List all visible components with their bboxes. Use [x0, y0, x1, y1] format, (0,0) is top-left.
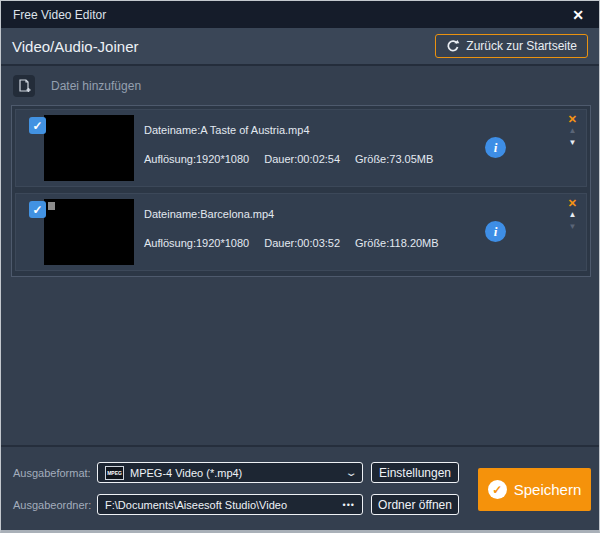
- remove-file-icon[interactable]: ✕: [568, 197, 577, 209]
- output-format-label: Ausgabeformat:: [13, 467, 91, 479]
- open-folder-button[interactable]: Ordner öffnen: [371, 494, 459, 515]
- file-list: ✓ Dateiname:A Taste of Austria.mp4 Auflö…: [11, 105, 591, 277]
- move-down-icon[interactable]: ▼: [568, 137, 576, 149]
- check-icon: ✓: [32, 203, 42, 217]
- row-controls: ✕ ▲ ▼: [568, 113, 577, 149]
- settings-button[interactable]: Einstellungen: [371, 462, 459, 483]
- thumbnail-watermark: [48, 202, 55, 210]
- add-file-row: Datei hinzufügen: [13, 75, 141, 97]
- file-row-2: ✓ Dateiname:Barcelona.mp4 Auflösung:1920…: [15, 193, 587, 271]
- mpeg-format-icon: MPEG: [105, 466, 124, 480]
- output-folder-input[interactable]: F:\Documents\Aiseesoft Studio\Video •••: [97, 494, 363, 515]
- info-icon[interactable]: i: [485, 221, 506, 242]
- file-name: Dateiname:A Taste of Austria.mp4: [144, 124, 310, 136]
- file-name: Dateiname:Barcelona.mp4: [144, 208, 274, 220]
- browse-folder-button[interactable]: •••: [343, 500, 355, 510]
- output-format-select[interactable]: MPEG MPEG-4 Video (*.mp4) ⌄: [97, 462, 363, 483]
- save-check-icon: ✓: [488, 480, 507, 499]
- output-folder-value: F:\Documents\Aiseesoft Studio\Video: [105, 499, 287, 511]
- title-bar: Free Video Editor ✕: [1, 1, 599, 28]
- back-to-home-button[interactable]: Zurück zur Startseite: [435, 34, 588, 58]
- add-file-icon: [17, 79, 31, 93]
- file-resolution: Auflösung:1920*1080: [144, 153, 249, 165]
- file-size: Größe:118.20MB: [355, 237, 439, 249]
- back-to-home-icon: [446, 39, 460, 53]
- file-size: Größe:73.05MB: [355, 153, 433, 165]
- file-checkbox[interactable]: ✓: [29, 117, 46, 134]
- settings-button-label: Einstellungen: [379, 466, 451, 480]
- file-meta: Auflösung:1920*1080Dauer:00:03:52Größe:1…: [144, 237, 454, 249]
- back-to-home-label: Zurück zur Startseite: [466, 39, 577, 53]
- save-button[interactable]: ✓ Speichern: [478, 468, 591, 511]
- output-folder-label: Ausgabeordner:: [13, 499, 91, 511]
- close-icon[interactable]: ✕: [569, 7, 587, 23]
- file-resolution: Auflösung:1920*1080: [144, 237, 249, 249]
- move-up-icon[interactable]: ▲: [568, 209, 576, 221]
- add-file-button[interactable]: [13, 75, 35, 97]
- chevron-down-icon: ⌄: [344, 467, 357, 478]
- remove-file-icon[interactable]: ✕: [568, 113, 577, 125]
- output-format-value: MPEG-4 Video (*.mp4): [130, 467, 242, 479]
- add-file-label: Datei hinzufügen: [51, 79, 141, 93]
- window-title: Free Video Editor: [13, 8, 106, 22]
- check-icon: ✓: [32, 119, 42, 133]
- move-up-icon[interactable]: ▲: [568, 125, 576, 137]
- app-window: Free Video Editor ✕ Video/Audio-Joiner Z…: [0, 0, 600, 533]
- file-meta: Auflösung:1920*1080Dauer:00:02:54Größe:7…: [144, 153, 448, 165]
- file-duration: Dauer:00:02:54: [264, 153, 340, 165]
- info-icon[interactable]: i: [485, 137, 506, 158]
- file-duration: Dauer:00:03:52: [264, 237, 340, 249]
- save-button-label: Speichern: [514, 481, 582, 498]
- row-controls: ✕ ▲ ▼: [568, 197, 577, 233]
- open-folder-button-label: Ordner öffnen: [378, 498, 452, 512]
- page-title: Video/Audio-Joiner: [12, 38, 138, 55]
- file-row-1: ✓ Dateiname:A Taste of Austria.mp4 Auflö…: [15, 109, 587, 187]
- bottom-separator: [1, 445, 599, 447]
- move-down-icon[interactable]: ▼: [568, 221, 576, 233]
- video-thumbnail: [44, 115, 134, 181]
- header: Video/Audio-Joiner Zurück zur Startseite: [1, 28, 599, 66]
- video-thumbnail: [44, 199, 134, 265]
- file-checkbox[interactable]: ✓: [29, 201, 46, 218]
